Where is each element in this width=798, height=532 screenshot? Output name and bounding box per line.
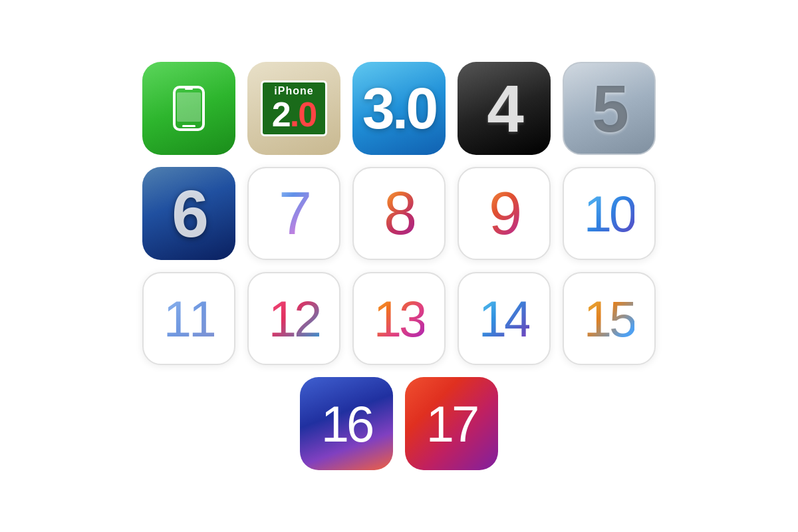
svg-rect-3 — [185, 88, 193, 90]
ios8-number: 8 — [384, 180, 414, 248]
highway-sign: iPhone 2.0 — [261, 80, 327, 136]
ios13-icon[interactable]: 13 — [352, 272, 446, 365]
ios12-number: 12 — [269, 290, 320, 348]
ios1-icon[interactable] — [142, 62, 235, 155]
ios2-decimal: .0 — [290, 95, 316, 134]
ios5-number: 5 — [592, 70, 626, 147]
ios17-number: 17 — [426, 395, 477, 453]
ios15-number: 15 — [584, 290, 635, 348]
ios17-icon[interactable]: 17 — [405, 377, 498, 470]
ios13-number: 13 — [374, 290, 425, 348]
ios4-icon[interactable]: 4 — [458, 62, 551, 155]
ios14-icon[interactable]: 14 — [458, 272, 551, 365]
svg-rect-2 — [182, 125, 196, 127]
ios9-icon[interactable]: 9 — [458, 167, 551, 260]
svg-rect-1 — [177, 92, 201, 122]
row-3: 11 12 13 14 15 — [142, 272, 656, 365]
ios6-icon[interactable]: 6 — [142, 167, 235, 260]
ios8-icon[interactable]: 8 — [352, 167, 446, 260]
ios3-icon[interactable]: 3.0 — [352, 62, 446, 155]
ios9-number: 9 — [489, 180, 519, 248]
ios3-number: 3.0 — [362, 74, 436, 142]
row-1: iPhone 2.0 3.0 4 5 — [142, 62, 656, 155]
phone-icon — [162, 82, 215, 135]
ios6-number: 6 — [172, 176, 206, 252]
ios11-icon[interactable]: 11 — [142, 272, 235, 365]
ios7-number: 7 — [279, 180, 309, 248]
ios2-icon[interactable]: iPhone 2.0 — [247, 62, 340, 155]
ios16-icon[interactable]: 16 — [300, 377, 393, 470]
ios-version-grid: iPhone 2.0 3.0 4 5 6 7 8 9 — [142, 62, 656, 470]
ios15-icon[interactable]: 15 — [563, 272, 656, 365]
ios14-number: 14 — [479, 290, 530, 348]
ios12-icon[interactable]: 12 — [247, 272, 340, 365]
ios5-icon[interactable]: 5 — [563, 62, 656, 155]
ios11-number: 11 — [164, 290, 215, 348]
ios10-icon[interactable]: 10 — [563, 167, 656, 260]
row-4: 16 17 — [300, 377, 498, 470]
ios16-number: 16 — [321, 395, 372, 453]
row-2: 6 7 8 9 10 — [142, 167, 656, 260]
ios7-icon[interactable]: 7 — [247, 167, 340, 260]
ios2-version: 2.0 — [272, 97, 316, 132]
ios4-number: 4 — [487, 70, 521, 147]
ios10-number: 10 — [584, 185, 635, 243]
